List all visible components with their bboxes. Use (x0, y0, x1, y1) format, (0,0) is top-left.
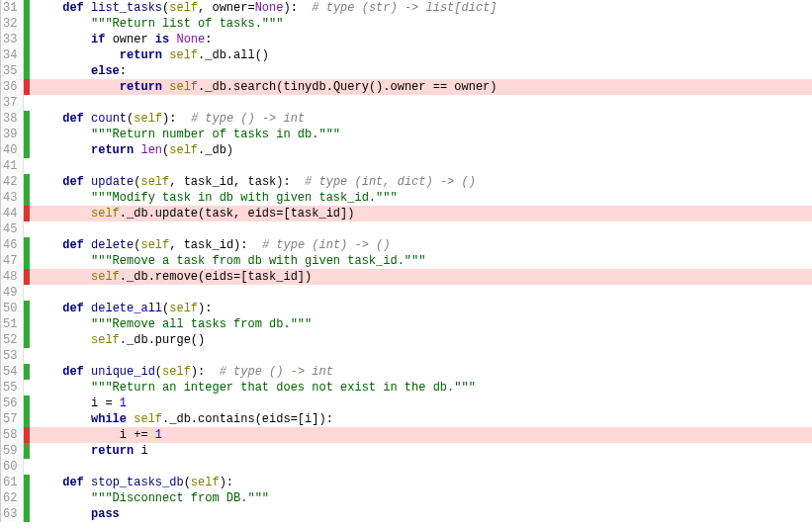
line-number: 49 (1, 285, 19, 301)
line-number: 43 (1, 190, 19, 206)
code-line[interactable]: return len(self._db) (30, 142, 812, 158)
line-number: 63 (1, 506, 19, 522)
line-number: 48 (1, 269, 19, 285)
code-line[interactable]: def count(self): # type () -> int (30, 111, 812, 127)
code-line[interactable] (30, 459, 812, 475)
line-number: 34 (1, 47, 19, 63)
code-line[interactable]: self._db.purge() (30, 332, 812, 348)
code-line[interactable] (30, 95, 812, 111)
code-line[interactable]: """Disconnect from DB.""" (30, 490, 812, 506)
line-number: 44 (1, 206, 19, 221)
line-number: 60 (1, 459, 19, 475)
code-line[interactable]: return self._db.search(tinydb.Query().ow… (30, 79, 812, 95)
code-line[interactable]: pass (30, 506, 812, 522)
line-number: 52 (1, 332, 19, 348)
code-line[interactable]: def update(self, task_id, task): # type … (30, 174, 812, 190)
code-line[interactable]: i = 1 (30, 396, 812, 411)
line-number: 50 (1, 301, 19, 316)
line-number: 37 (1, 95, 19, 111)
line-number: 53 (1, 348, 19, 364)
line-number: 47 (1, 253, 19, 269)
code-line[interactable]: if owner is None: (30, 32, 812, 47)
line-number: 62 (1, 490, 19, 506)
line-number: 45 (1, 221, 19, 237)
code-line[interactable]: while self._db.contains(eids=[i]): (30, 411, 812, 427)
code-line[interactable]: """Remove all tasks from db.""" (30, 316, 812, 332)
line-number: 51 (1, 316, 19, 332)
line-number: 56 (1, 396, 19, 411)
code-line[interactable]: def delete(self, task_id): # type (int) … (30, 237, 812, 253)
code-line[interactable]: def unique_id(self): # type () -> int (30, 364, 812, 380)
line-number: 35 (1, 63, 19, 79)
line-number: 54 (1, 364, 19, 380)
code-line[interactable]: i += 1 (30, 427, 812, 443)
line-number: 55 (1, 380, 19, 396)
line-number: 38 (1, 111, 19, 127)
line-number: 46 (1, 237, 19, 253)
code-container: 3132333435363738394041424344454647484950… (0, 0, 812, 522)
code-line[interactable] (30, 285, 812, 301)
code-line[interactable]: def delete_all(self): (30, 301, 812, 316)
code-line[interactable]: self._db.update(task, eids=[task_id]) (30, 206, 812, 221)
code-line[interactable] (30, 158, 812, 174)
code-line[interactable]: """Return number of tasks in db.""" (30, 127, 812, 142)
line-number: 58 (1, 427, 19, 443)
code-line[interactable]: """Return list of tasks.""" (30, 16, 812, 32)
line-number: 31 (1, 0, 19, 16)
line-number: 42 (1, 174, 19, 190)
code-line[interactable]: def list_tasks(self, owner=None): # type… (30, 0, 812, 16)
line-number: 39 (1, 127, 19, 142)
code-line[interactable]: else: (30, 63, 812, 79)
code-line[interactable]: """Return an integer that does not exist… (30, 380, 812, 396)
code-line[interactable] (30, 348, 812, 364)
line-number: 61 (1, 475, 19, 490)
line-number: 57 (1, 411, 19, 427)
code-line[interactable]: return self._db.all() (30, 47, 812, 63)
code-line[interactable]: def stop_tasks_db(self): (30, 475, 812, 490)
line-number: 41 (1, 158, 19, 174)
line-number: 32 (1, 16, 19, 32)
line-number: 33 (1, 32, 19, 47)
line-number: 40 (1, 142, 19, 158)
code-line[interactable]: """Modify task in db with given task_id.… (30, 190, 812, 206)
code-line[interactable]: self._db.remove(eids=[task_id]) (30, 269, 812, 285)
line-number: 59 (1, 443, 19, 459)
code-line[interactable]: """Remove a task from db with given task… (30, 253, 812, 269)
code-line[interactable]: return i (30, 443, 812, 459)
code-area[interactable]: def list_tasks(self, owner=None): # type… (30, 0, 812, 522)
line-number-gutter: 3132333435363738394041424344454647484950… (1, 0, 24, 522)
code-line[interactable] (30, 221, 812, 237)
line-number: 36 (1, 79, 19, 95)
